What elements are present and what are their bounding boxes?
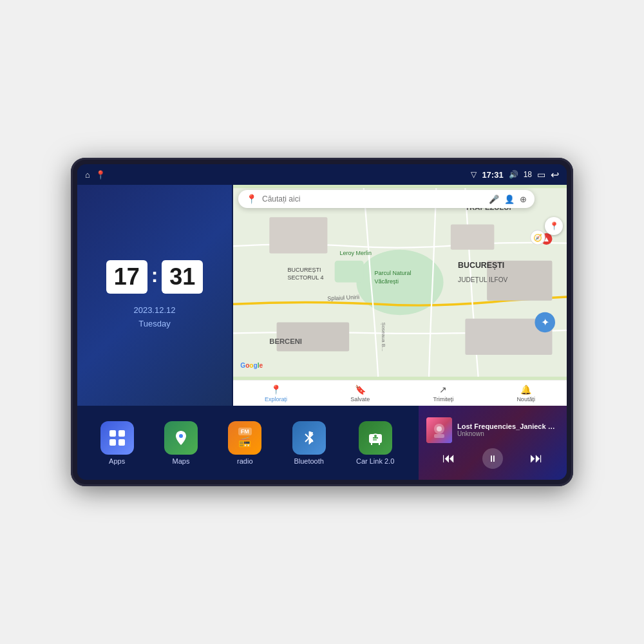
svg-point-32 (374, 435, 377, 437)
map-nav-saved[interactable]: 🔖 Salvate (350, 384, 370, 402)
svg-text:JUDEȚUL ILFOV: JUDEȚUL ILFOV (458, 277, 508, 284)
svg-rect-36 (434, 434, 444, 438)
svg-point-35 (437, 426, 442, 431)
home-icon[interactable]: ⌂ (85, 170, 90, 180)
map-nav-send[interactable]: ↗ Trimiteți (433, 384, 454, 402)
bluetooth-label: Bluetooth (294, 457, 323, 465)
svg-rect-27 (118, 430, 125, 437)
svg-rect-29 (118, 439, 125, 446)
battery-icon: ▭ (537, 169, 545, 180)
signal-icon: ▽ (471, 170, 477, 179)
map-panel[interactable]: 📍 🎤 👤 ⊕ (233, 185, 567, 406)
news-label: Noutăți (516, 396, 535, 402)
music-title: Lost Frequencies_Janieck Devy-... (457, 422, 559, 430)
map-controls: 📍 (545, 217, 563, 235)
explore-icon: 📍 (270, 384, 281, 395)
music-panel: Lost Frequencies_Janieck Devy-... Unknow… (419, 406, 567, 480)
next-button[interactable]: ⏭ (525, 448, 548, 468)
saved-label: Salvate (350, 396, 370, 402)
maps-label: Maps (173, 457, 190, 465)
maps-pin-icon: 📍 (246, 194, 257, 204)
clock-minutes: 31 (162, 260, 203, 294)
clock-date: 2023.12.12 (133, 304, 175, 317)
music-thumbnail (426, 417, 452, 443)
maps-status-icon[interactable]: 📍 (95, 170, 106, 180)
map-search-bar: 📍 🎤 👤 ⊕ (238, 190, 535, 208)
map-nav-news[interactable]: 🔔 Noutăți (516, 384, 535, 402)
clock-panel: 17 : 31 2023.12.12 Tuesday (77, 185, 232, 406)
carlink-label: Car Link 2.0 (356, 457, 394, 465)
music-controls: ⏮ ⏸ ⏭ (426, 448, 559, 469)
volume-icon: 🔊 (509, 170, 518, 179)
radio-label: radio (237, 457, 252, 465)
account-icon[interactable]: 👤 (504, 194, 515, 204)
svg-text:Leroy Merlin: Leroy Merlin (340, 250, 372, 256)
back-icon[interactable]: ↩ (551, 169, 559, 181)
bluetooth-icon-box (292, 421, 326, 455)
send-label: Trimiteți (433, 396, 454, 402)
send-icon: ↗ (439, 384, 447, 395)
app-item-carlink[interactable]: Car Link 2.0 (356, 421, 394, 465)
music-info: Lost Frequencies_Janieck Devy-... Unknow… (426, 417, 559, 443)
device-screen: ⌂ 📍 ▽ 17:31 🔊 18 ▭ ↩ 17 : (77, 164, 567, 480)
clock-date-text: 2023.12.12 Tuesday (133, 304, 175, 331)
bottom-row: Apps Maps (77, 406, 567, 480)
news-icon: 🔔 (520, 384, 531, 395)
carlink-icon-box (359, 421, 392, 455)
svg-text:🧭: 🧭 (533, 233, 543, 242)
map-nav-bar: 📍 Explorați 🔖 Salvate ↗ Trimiteți 🔔 (233, 380, 567, 406)
map-nav-explore[interactable]: 📍 Explorați (265, 384, 287, 402)
status-bar: ⌂ 📍 ▽ 17:31 🔊 18 ▭ ↩ (77, 164, 567, 185)
svg-point-30 (179, 434, 183, 438)
radio-icon-box: FM 📻 (228, 421, 261, 455)
play-pause-button[interactable]: ⏸ (482, 448, 503, 469)
clock-hours: 17 (106, 260, 147, 294)
svg-text:Google: Google (240, 362, 263, 369)
prev-button[interactable]: ⏮ (437, 448, 460, 468)
svg-rect-4 (277, 322, 350, 351)
map-area[interactable]: TRAPEZULUI BUCUREȘTI JUDEȚUL ILFOV BERCE… (233, 185, 567, 380)
app-item-bluetooth[interactable]: Bluetooth (292, 421, 326, 465)
apps-icon-box (100, 421, 134, 455)
status-right: ▽ 17:31 🔊 18 ▭ ↩ (471, 169, 559, 181)
status-time: 17:31 (482, 170, 503, 180)
explore-label: Explorați (265, 396, 287, 402)
music-artist: Unknown (457, 430, 559, 437)
clock-day: Tuesday (133, 317, 175, 331)
clock-display: 17 : 31 (106, 260, 204, 294)
play-icon: ⏸ (488, 453, 497, 464)
svg-text:BUCUREȘTI: BUCUREȘTI (458, 261, 504, 270)
svg-rect-3 (269, 217, 327, 253)
clock-colon: : (151, 263, 158, 287)
svg-text:SECTORUL 4: SECTORUL 4 (287, 274, 323, 281)
svg-text:Parcul Natural: Parcul Natural (375, 270, 412, 276)
app-item-apps[interactable]: Apps (100, 421, 134, 465)
svg-text:BERCENI: BERCENI (269, 337, 302, 345)
svg-rect-28 (109, 439, 116, 446)
map-search-input[interactable] (262, 194, 484, 204)
app-item-radio[interactable]: FM 📻 radio (228, 421, 261, 465)
saved-icon: 🔖 (355, 384, 366, 395)
apps-panel: Apps Maps (77, 406, 417, 480)
apps-label: Apps (109, 457, 125, 465)
top-row: 17 : 31 2023.12.12 Tuesday 📍 🎤 (77, 185, 567, 406)
volume-level: 18 (524, 170, 532, 179)
app-item-maps[interactable]: Maps (164, 421, 198, 465)
maps-icon-box (164, 421, 198, 455)
svg-text:BUCUREȘTI: BUCUREȘTI (287, 267, 321, 273)
music-details: Lost Frequencies_Janieck Devy-... Unknow… (457, 422, 559, 437)
mic-icon[interactable]: 🎤 (489, 194, 499, 204)
svg-text:Șoseaua B...: Șoseaua B... (381, 322, 386, 351)
main-area: 17 : 31 2023.12.12 Tuesday 📍 🎤 (77, 185, 567, 480)
svg-rect-26 (109, 430, 116, 437)
layers-icon[interactable]: ⊕ (520, 194, 527, 204)
svg-rect-2 (335, 261, 364, 283)
svg-text:Văcărești: Văcărești (375, 278, 399, 285)
svg-rect-5 (451, 224, 495, 249)
status-left: ⌂ 📍 (85, 170, 106, 180)
device-frame: ⌂ 📍 ▽ 17:31 🔊 18 ▭ ↩ 17 : (71, 158, 573, 486)
svg-text:✦: ✦ (541, 317, 549, 328)
map-location-btn[interactable]: 📍 (545, 217, 563, 235)
